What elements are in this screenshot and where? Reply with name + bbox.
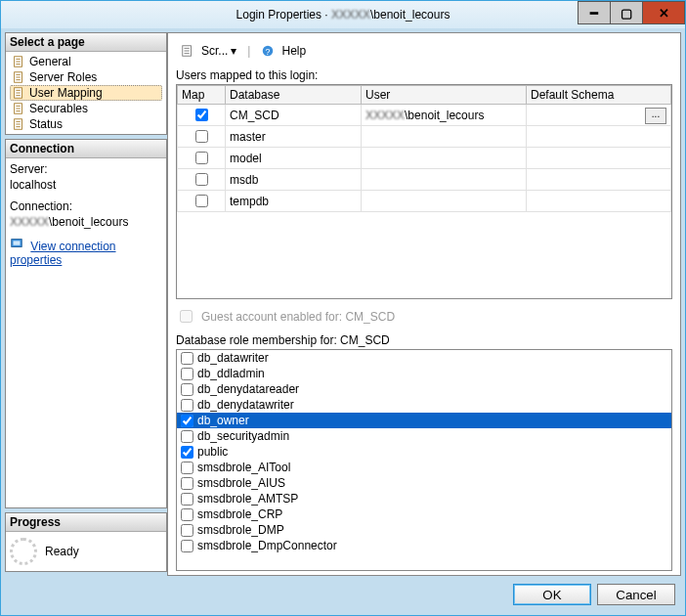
users-mapped-label: Users mapped to this login:	[176, 68, 672, 82]
progress-panel: Progress Ready	[5, 512, 167, 572]
role-checkbox[interactable]	[181, 524, 193, 537]
svg-rect-6	[14, 241, 21, 244]
server-value: localhost	[10, 178, 162, 192]
titlebar: Login Properties · XXXXX\benoit_lecours …	[1, 1, 685, 28]
role-item[interactable]: db_denydatawriter	[177, 397, 671, 413]
table-row[interactable]: master	[178, 126, 671, 148]
table-row[interactable]: model	[178, 148, 671, 169]
chevron-down-icon: ▾	[231, 44, 236, 58]
window-title: Login Properties · XXXXX\benoit_lecours	[236, 8, 450, 22]
guest-account-checkbox: Guest account enabled for: CM_SCD	[176, 307, 672, 326]
role-item[interactable]: db_owner	[177, 413, 671, 428]
table-row[interactable]: msdb	[178, 169, 671, 191]
role-checkbox[interactable]	[181, 508, 193, 521]
role-checkbox[interactable]	[181, 446, 193, 459]
page-general[interactable]: General	[10, 54, 162, 69]
page-status[interactable]: Status	[10, 116, 162, 132]
role-checkbox[interactable]	[181, 540, 193, 552]
connection-label: Connection:	[10, 199, 162, 213]
role-checkbox[interactable]	[181, 415, 193, 427]
role-item[interactable]: db_ddladmin	[177, 366, 671, 381]
role-checkbox[interactable]	[181, 352, 193, 365]
page-securables[interactable]: Securables	[10, 101, 162, 116]
guest-checkbox	[180, 310, 193, 323]
role-item[interactable]: smsdbrole_AIUS	[177, 475, 671, 491]
progress-status: Ready	[45, 545, 79, 558]
role-membership-list[interactable]: db_datawriterdb_ddladmindb_denydatareade…	[176, 349, 672, 571]
close-button[interactable]: ✕	[642, 1, 685, 24]
role-checkbox[interactable]	[181, 430, 193, 443]
svg-text:?: ?	[266, 47, 271, 57]
col-map[interactable]: Map	[178, 86, 226, 105]
role-checkbox[interactable]	[181, 368, 193, 380]
table-row[interactable]: CM_SCDXXXXX\benoit_lecours...	[178, 105, 671, 126]
help-button[interactable]: ? Help	[256, 41, 311, 61]
role-item[interactable]: db_datawriter	[177, 350, 671, 366]
role-checkbox[interactable]	[181, 462, 193, 474]
map-checkbox[interactable]	[195, 109, 208, 121]
page-server-roles[interactable]: Server Roles	[10, 69, 162, 85]
col-database[interactable]: Database	[226, 86, 362, 105]
maximize-button[interactable]: ▢	[610, 1, 643, 24]
map-checkbox[interactable]	[195, 130, 208, 143]
ok-button[interactable]: OK	[513, 584, 591, 605]
minimize-button[interactable]: ━	[578, 1, 611, 24]
progress-header: Progress	[6, 513, 166, 532]
role-item[interactable]: db_securityadmin	[177, 428, 671, 444]
cancel-button[interactable]: Cancel	[597, 584, 675, 605]
map-checkbox[interactable]	[195, 195, 208, 207]
role-item[interactable]: public	[177, 444, 671, 460]
role-item[interactable]: smsdbrole_AITool	[177, 460, 671, 475]
role-item[interactable]: smsdbrole_CRP	[177, 506, 671, 522]
table-row[interactable]: tempdb	[178, 191, 671, 212]
page-user-mapping[interactable]: User Mapping	[10, 85, 162, 101]
map-checkbox[interactable]	[195, 173, 208, 186]
connection-panel: Connection Server: localhost Connection:…	[5, 139, 167, 508]
connection-header: Connection	[6, 140, 166, 158]
user-mapping-grid[interactable]: Map Database User Default Schema CM_SCDX…	[176, 84, 672, 299]
role-checkbox[interactable]	[181, 493, 193, 506]
role-item[interactable]: db_denydatareader	[177, 381, 671, 397]
progress-spinner-icon	[10, 538, 37, 565]
browse-schema-button[interactable]: ...	[645, 108, 666, 124]
server-label: Server:	[10, 162, 162, 176]
col-schema[interactable]: Default Schema	[527, 86, 671, 105]
script-button[interactable]: Scr... ▾	[176, 41, 241, 61]
select-page-header: Select a page	[6, 33, 166, 52]
role-checkbox[interactable]	[181, 399, 193, 412]
select-page-panel: Select a page GeneralServer RolesUser Ma…	[5, 32, 167, 135]
role-item[interactable]: smsdbrole_DmpConnector	[177, 538, 671, 553]
col-user[interactable]: User	[362, 86, 527, 105]
map-checkbox[interactable]	[195, 152, 208, 164]
role-checkbox[interactable]	[181, 383, 193, 396]
connection-value: XXXXX\benoit_lecours	[10, 215, 162, 229]
toolbar: Scr... ▾ | ? Help	[176, 41, 672, 61]
role-checkbox[interactable]	[181, 477, 193, 490]
role-membership-label: Database role membership for: CM_SCD	[176, 333, 672, 347]
role-item[interactable]: smsdbrole_DMP	[177, 522, 671, 538]
view-connection-link[interactable]: View connection properties	[10, 237, 162, 267]
role-item[interactable]: smsdbrole_AMTSP	[177, 491, 671, 506]
